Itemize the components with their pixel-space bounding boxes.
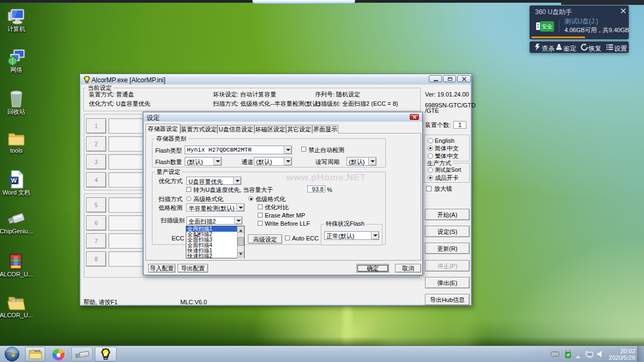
svg-text:W: W — [11, 177, 17, 184]
